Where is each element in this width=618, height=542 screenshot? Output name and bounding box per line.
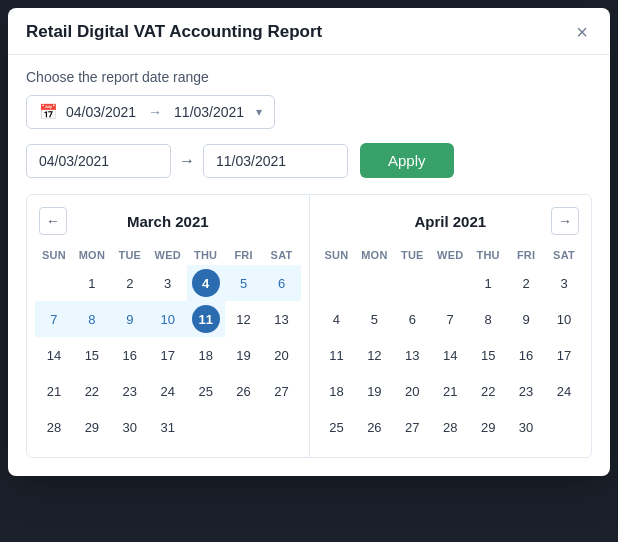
calendar-day[interactable]: 24 <box>149 373 187 409</box>
calendar-day[interactable]: 4 <box>187 265 225 301</box>
calendar-day[interactable]: 30 <box>507 409 545 445</box>
modal: Retail Digital VAT Accounting Report × C… <box>8 8 610 476</box>
weekday-header: TUE <box>393 245 431 265</box>
modal-body: Choose the report date range 📅 04/03/202… <box>8 55 610 476</box>
calendar-day[interactable]: 15 <box>469 337 507 373</box>
calendar-day[interactable]: 14 <box>431 337 469 373</box>
calendar-day[interactable]: 5 <box>225 265 263 301</box>
april-title: April 2021 <box>414 213 486 230</box>
chevron-down-icon: ▾ <box>256 105 262 119</box>
calendar-day[interactable]: 8 <box>469 301 507 337</box>
calendar-day[interactable]: 19 <box>225 337 263 373</box>
calendar-day[interactable]: 30 <box>111 409 149 445</box>
calendar-day[interactable]: 2 <box>111 265 149 301</box>
april-grid: SUNMONTUEWEDTHUFRISAT 123456789101112131… <box>318 245 584 445</box>
calendar-day <box>225 409 263 445</box>
calendar-day[interactable]: 20 <box>263 337 301 373</box>
calendar-day[interactable]: 1 <box>469 265 507 301</box>
weekday-header: THU <box>469 245 507 265</box>
date-range-selector[interactable]: 📅 04/03/2021 → 11/03/2021 ▾ <box>26 95 275 129</box>
calendars-container: ← March 2021 → SUNMONTUEWEDTHUFRISAT 123… <box>26 194 592 458</box>
calendar-day[interactable]: 21 <box>35 373 73 409</box>
calendar-day[interactable]: 5 <box>355 301 393 337</box>
calendar-day[interactable]: 10 <box>149 301 187 337</box>
calendar-day[interactable]: 11 <box>187 301 225 337</box>
calendar-day[interactable]: 9 <box>111 301 149 337</box>
march-grid: SUNMONTUEWEDTHUFRISAT 123456789101112131… <box>35 245 301 445</box>
calendar-day[interactable]: 6 <box>393 301 431 337</box>
weekday-header: MON <box>73 245 111 265</box>
calendar-day[interactable]: 3 <box>149 265 187 301</box>
calendar-day[interactable]: 21 <box>431 373 469 409</box>
calendar-day[interactable]: 8 <box>73 301 111 337</box>
calendar-day[interactable]: 17 <box>149 337 187 373</box>
calendar-day <box>35 265 73 301</box>
calendar-day[interactable]: 22 <box>73 373 111 409</box>
calendar-march: ← March 2021 → SUNMONTUEWEDTHUFRISAT 123… <box>27 195 310 457</box>
calendar-day[interactable]: 15 <box>73 337 111 373</box>
arrow-between-icon: → <box>179 152 195 170</box>
calendar-day <box>545 409 583 445</box>
weekday-header: MON <box>355 245 393 265</box>
calendar-day[interactable]: 2 <box>507 265 545 301</box>
weekday-header: SUN <box>35 245 73 265</box>
weekday-header: THU <box>187 245 225 265</box>
calendar-day[interactable]: 4 <box>318 301 356 337</box>
calendar-day[interactable]: 13 <box>263 301 301 337</box>
calendar-day[interactable]: 28 <box>35 409 73 445</box>
weekday-header: SUN <box>318 245 356 265</box>
calendar-day[interactable]: 27 <box>263 373 301 409</box>
calendar-day[interactable]: 18 <box>187 337 225 373</box>
calendar-day[interactable]: 12 <box>225 301 263 337</box>
calendar-day[interactable]: 20 <box>393 373 431 409</box>
calendar-day[interactable]: 10 <box>545 301 583 337</box>
calendar-day[interactable]: 29 <box>73 409 111 445</box>
calendar-day[interactable]: 13 <box>393 337 431 373</box>
march-title: March 2021 <box>127 213 209 230</box>
calendar-day[interactable]: 23 <box>111 373 149 409</box>
apply-button[interactable]: Apply <box>360 143 454 178</box>
calendar-day[interactable]: 25 <box>318 409 356 445</box>
calendar-day[interactable]: 26 <box>225 373 263 409</box>
prev-month-button[interactable]: ← <box>39 207 67 235</box>
start-date-input[interactable] <box>26 144 171 178</box>
calendar-march-header: ← March 2021 → <box>35 207 301 235</box>
close-button[interactable]: × <box>572 22 592 42</box>
calendar-day[interactable]: 18 <box>318 373 356 409</box>
next-month-button[interactable]: → <box>551 207 579 235</box>
calendar-day <box>263 409 301 445</box>
calendar-day[interactable]: 28 <box>431 409 469 445</box>
end-date-input[interactable] <box>203 144 348 178</box>
modal-overlay: Retail Digital VAT Accounting Report × C… <box>0 0 618 542</box>
calendar-day[interactable]: 14 <box>35 337 73 373</box>
calendar-day[interactable]: 7 <box>35 301 73 337</box>
date-range-label: Choose the report date range <box>26 69 592 85</box>
calendar-icon: 📅 <box>39 103 58 121</box>
weekday-header: WED <box>431 245 469 265</box>
calendar-day[interactable]: 26 <box>355 409 393 445</box>
calendar-day[interactable]: 25 <box>187 373 225 409</box>
calendar-day[interactable]: 12 <box>355 337 393 373</box>
calendar-day[interactable]: 23 <box>507 373 545 409</box>
calendar-day[interactable]: 11 <box>318 337 356 373</box>
calendar-day <box>431 265 469 301</box>
calendar-day[interactable]: 22 <box>469 373 507 409</box>
calendar-day[interactable]: 19 <box>355 373 393 409</box>
calendar-day[interactable]: 17 <box>545 337 583 373</box>
weekday-header: TUE <box>111 245 149 265</box>
calendar-day <box>393 265 431 301</box>
calendar-day[interactable]: 1 <box>73 265 111 301</box>
calendar-day[interactable]: 27 <box>393 409 431 445</box>
weekday-header: SAT <box>263 245 301 265</box>
calendar-day[interactable]: 16 <box>111 337 149 373</box>
calendar-day[interactable]: 7 <box>431 301 469 337</box>
calendar-day[interactable]: 24 <box>545 373 583 409</box>
calendar-day[interactable]: 6 <box>263 265 301 301</box>
calendar-day[interactable]: 31 <box>149 409 187 445</box>
calendar-day[interactable]: 3 <box>545 265 583 301</box>
modal-header: Retail Digital VAT Accounting Report × <box>8 8 610 55</box>
modal-title: Retail Digital VAT Accounting Report <box>26 22 322 42</box>
calendar-day[interactable]: 29 <box>469 409 507 445</box>
calendar-day[interactable]: 9 <box>507 301 545 337</box>
calendar-day[interactable]: 16 <box>507 337 545 373</box>
